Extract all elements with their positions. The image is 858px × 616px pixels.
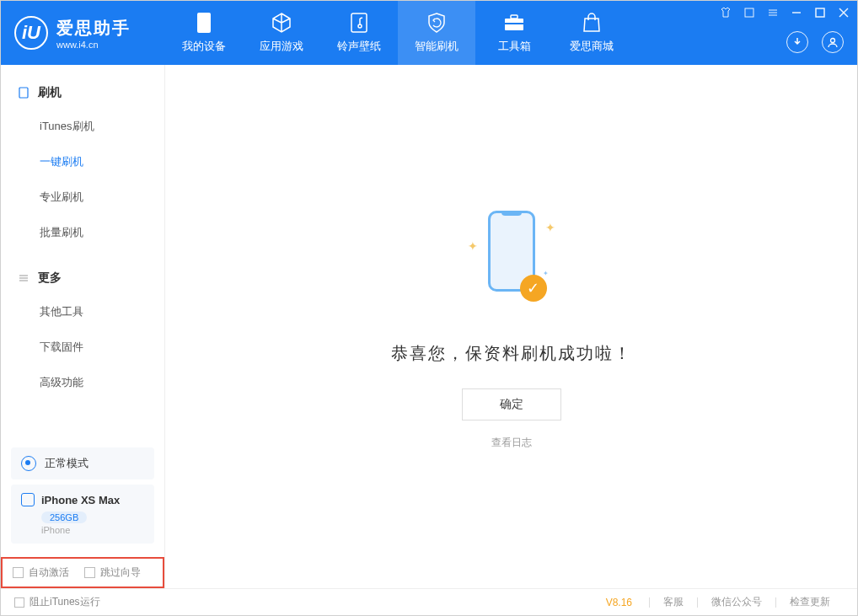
header-right-icons (786, 31, 844, 53)
device-icon (193, 12, 215, 34)
sparkle-icon: ✦ (543, 270, 549, 277)
bag-icon (581, 12, 603, 34)
checkbox-block-itunes[interactable]: 阻止iTunes运行 (14, 595, 100, 609)
sidebar-section-flash: 刷机 iTunes刷机 一键刷机 专业刷机 批量刷机 (1, 65, 164, 250)
app-subtitle: www.i4.cn (56, 40, 131, 50)
phone-icon (18, 87, 29, 99)
svg-rect-1 (351, 13, 367, 32)
list-icon (18, 272, 29, 284)
device-storage-badge: 256GB (41, 512, 87, 523)
svg-rect-3 (511, 15, 517, 19)
success-illustration: ✦ ✦ ✦ ✓ (453, 204, 571, 322)
tab-apps-games[interactable]: 应用游戏 (243, 1, 320, 65)
view-log-link[interactable]: 查看日志 (491, 436, 532, 450)
device-type: iPhone (41, 525, 144, 535)
checkbox-icon (84, 567, 95, 578)
tab-my-device[interactable]: 我的设备 (165, 1, 243, 65)
svg-rect-14 (19, 88, 28, 98)
checkbox-row-highlighted: 自动激活 跳过向导 (1, 557, 164, 588)
sidebar-header-flash: 刷机 (1, 77, 164, 109)
checkbox-icon (13, 567, 24, 578)
maximize-button[interactable] (813, 6, 827, 19)
version-label: V8.16 (606, 597, 632, 608)
music-icon (348, 12, 370, 34)
device-icon (21, 493, 35, 506)
sidebar-section2-title: 更多 (38, 271, 62, 286)
cube-icon (271, 12, 292, 34)
download-icon[interactable] (786, 31, 808, 53)
list-icon[interactable] (766, 6, 780, 19)
checkmark-badge-icon: ✓ (520, 275, 547, 302)
svg-rect-0 (197, 13, 211, 33)
device-card[interactable]: iPhone XS Max 256GB iPhone (11, 485, 154, 544)
ok-button[interactable]: 确定 (462, 388, 561, 420)
success-message: 恭喜您，保资料刷机成功啦！ (391, 342, 632, 365)
close-button[interactable] (837, 6, 850, 19)
tab-toolbox[interactable]: 工具箱 (475, 1, 553, 65)
logo-area: iU 爱思助手 www.i4.cn (1, 16, 165, 50)
device-name: iPhone XS Max (41, 494, 120, 506)
tab-store[interactable]: 爱思商城 (553, 1, 630, 65)
sidebar-item-pro-flash[interactable]: 专业刷机 (1, 179, 164, 215)
sparkle-icon: ✦ (545, 221, 555, 234)
sidebar-item-itunes-flash[interactable]: iTunes刷机 (1, 109, 164, 144)
nav-tabs: 我的设备 应用游戏 铃声壁纸 智能刷机 工具箱 爱思商城 (165, 1, 630, 65)
app-title: 爱思助手 (56, 17, 131, 40)
footer-link-update[interactable]: 检查更新 (776, 595, 844, 609)
checkbox-skip-guide[interactable]: 跳过向导 (84, 565, 141, 580)
sidebar-item-other-tools[interactable]: 其他工具 (1, 294, 164, 329)
tab-ringtones[interactable]: 铃声壁纸 (320, 1, 398, 65)
footer-right: V8.16 客服 微信公众号 检查更新 (606, 595, 844, 609)
sparkle-icon: ✦ (468, 239, 478, 253)
app-logo-icon: iU (14, 16, 48, 50)
footer: 阻止iTunes运行 V8.16 客服 微信公众号 检查更新 (1, 588, 857, 615)
sidebar-item-advanced[interactable]: 高级功能 (1, 365, 164, 400)
minimize-button[interactable] (790, 6, 803, 19)
sidebar-item-download-firmware[interactable]: 下载固件 (1, 329, 164, 365)
user-icon[interactable] (822, 31, 844, 53)
sidebar-section-more: 更多 其他工具 下载固件 高级功能 (1, 250, 164, 400)
device-status-text: 正常模式 (45, 456, 88, 471)
sidebar-item-oneclick-flash[interactable]: 一键刷机 (1, 144, 164, 179)
toolbox-icon (503, 12, 525, 34)
svg-rect-4 (505, 23, 523, 24)
svg-point-13 (831, 39, 835, 43)
main-area: 刷机 iTunes刷机 一键刷机 专业刷机 批量刷机 更多 其他工具 下载固件 … (1, 65, 857, 588)
sidebar-header-more: 更多 (1, 262, 164, 294)
sidebar: 刷机 iTunes刷机 一键刷机 专业刷机 批量刷机 更多 其他工具 下载固件 … (1, 65, 165, 588)
menu-icon[interactable] (743, 6, 756, 19)
footer-link-wechat[interactable]: 微信公众号 (698, 595, 775, 609)
sidebar-section1-title: 刷机 (38, 85, 62, 100)
phone-illustration-notch (501, 211, 522, 216)
status-icon (21, 456, 36, 471)
checkbox-auto-activate[interactable]: 自动激活 (13, 565, 69, 580)
shield-icon (426, 12, 448, 34)
footer-link-support[interactable]: 客服 (650, 595, 697, 609)
sidebar-item-batch-flash[interactable]: 批量刷机 (1, 215, 164, 250)
window-controls (719, 6, 850, 19)
app-header: iU 爱思助手 www.i4.cn 我的设备 应用游戏 铃声壁纸 智能刷机 工具… (1, 1, 857, 65)
content-area: ✦ ✦ ✦ ✓ 恭喜您，保资料刷机成功啦！ 确定 查看日志 (165, 65, 857, 588)
svg-rect-10 (816, 8, 824, 17)
svg-rect-5 (745, 8, 753, 17)
checkbox-icon (14, 597, 24, 608)
footer-left: 阻止iTunes运行 (14, 595, 100, 609)
logo-text: 爱思助手 www.i4.cn (56, 17, 131, 50)
shirt-icon[interactable] (719, 6, 732, 19)
device-status-card[interactable]: 正常模式 (11, 447, 154, 479)
tab-smart-flash[interactable]: 智能刷机 (398, 1, 475, 65)
